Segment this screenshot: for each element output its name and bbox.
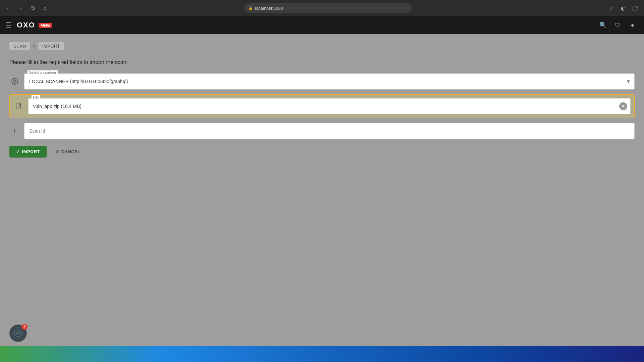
alpha-badge: Alpha bbox=[39, 23, 52, 28]
svg-point-1 bbox=[13, 80, 16, 82]
star-icon[interactable]: ☆ bbox=[606, 3, 616, 13]
forward-button[interactable]: → bbox=[16, 3, 25, 13]
scan-id-wrapper bbox=[24, 123, 635, 139]
text-icon: T bbox=[9, 126, 20, 136]
breadcrumb: SCAN > IMPORT bbox=[9, 42, 635, 50]
action-buttons: ✓ IMPORT ✕ CANCEL bbox=[9, 146, 635, 158]
scanner-select-wrapper: Select a scanner LOCAL SCANNER (http://0… bbox=[24, 73, 635, 89]
scanner-select[interactable]: LOCAL SCANNER (http://0.0.0.0:3420/graph… bbox=[24, 73, 635, 89]
shield-icon[interactable]: 🛡 bbox=[612, 19, 624, 31]
file-field-wrapper: File ✕ bbox=[28, 98, 631, 114]
clear-icon: ✕ bbox=[621, 104, 625, 109]
breadcrumb-scan[interactable]: SCAN bbox=[9, 42, 30, 50]
bottom-bar bbox=[0, 346, 644, 362]
app-header: ☰ OXO Alpha 🔍 🛡 ● bbox=[0, 16, 644, 34]
home-button[interactable]: ⌂ bbox=[40, 3, 50, 13]
scanner-label: Select a scanner bbox=[28, 70, 58, 74]
header-right: 🔍 🛡 ● bbox=[597, 19, 639, 31]
svg-point-10 bbox=[17, 333, 19, 334]
user-icon[interactable]: ● bbox=[627, 19, 639, 31]
bottom-avatar[interactable]: 5 bbox=[9, 324, 27, 342]
file-icon bbox=[13, 101, 24, 112]
main-content: SCAN > IMPORT Please fill in the require… bbox=[0, 34, 644, 346]
text-label-icon: T bbox=[13, 128, 16, 134]
scanner-field-row: Select a scanner LOCAL SCANNER (http://0… bbox=[9, 73, 635, 89]
avatar-circle[interactable]: 5 bbox=[9, 324, 27, 342]
check-icon: ✓ bbox=[16, 149, 20, 154]
browser-right-icons: ☆ ◐ ◯ bbox=[606, 3, 640, 13]
address-bar[interactable]: 🔒 localhost:3000 bbox=[244, 3, 412, 13]
lock-icon: 🔒 bbox=[248, 6, 253, 10]
file-field-row: File ✕ bbox=[9, 94, 635, 118]
file-label: File bbox=[32, 95, 40, 99]
extensions-icon[interactable]: ◐ bbox=[619, 3, 628, 13]
notification-badge: 5 bbox=[21, 324, 28, 330]
cancel-label: CANCEL bbox=[61, 149, 80, 154]
hamburger-icon[interactable]: ☰ bbox=[5, 21, 11, 29]
profile-icon[interactable]: ◯ bbox=[631, 3, 640, 13]
brand: OXO Alpha bbox=[17, 21, 52, 29]
back-button[interactable]: ← bbox=[4, 3, 13, 13]
browser-bar: ← → ↻ ⌂ 🔒 localhost:3000 ☆ ◐ ◯ bbox=[0, 0, 644, 16]
breadcrumb-import[interactable]: IMPORT bbox=[38, 42, 64, 50]
scan-id-field-row: T bbox=[9, 123, 635, 139]
form-title: Please fill in the required fields to im… bbox=[9, 59, 635, 65]
breadcrumb-separator: > bbox=[33, 44, 36, 49]
cross-icon: ✕ bbox=[55, 149, 59, 154]
cancel-button[interactable]: ✕ CANCEL bbox=[50, 146, 86, 158]
import-label: IMPORT bbox=[22, 149, 40, 154]
search-icon[interactable]: 🔍 bbox=[597, 19, 609, 31]
reload-button[interactable]: ↻ bbox=[28, 3, 38, 13]
brand-name: OXO bbox=[17, 21, 35, 29]
url-text: localhost:3000 bbox=[255, 6, 283, 11]
scan-id-input[interactable] bbox=[24, 123, 635, 139]
file-clear-button[interactable]: ✕ bbox=[619, 102, 627, 110]
scanner-icon bbox=[9, 76, 20, 87]
file-input[interactable] bbox=[28, 98, 631, 114]
import-button[interactable]: ✓ IMPORT bbox=[9, 146, 47, 158]
